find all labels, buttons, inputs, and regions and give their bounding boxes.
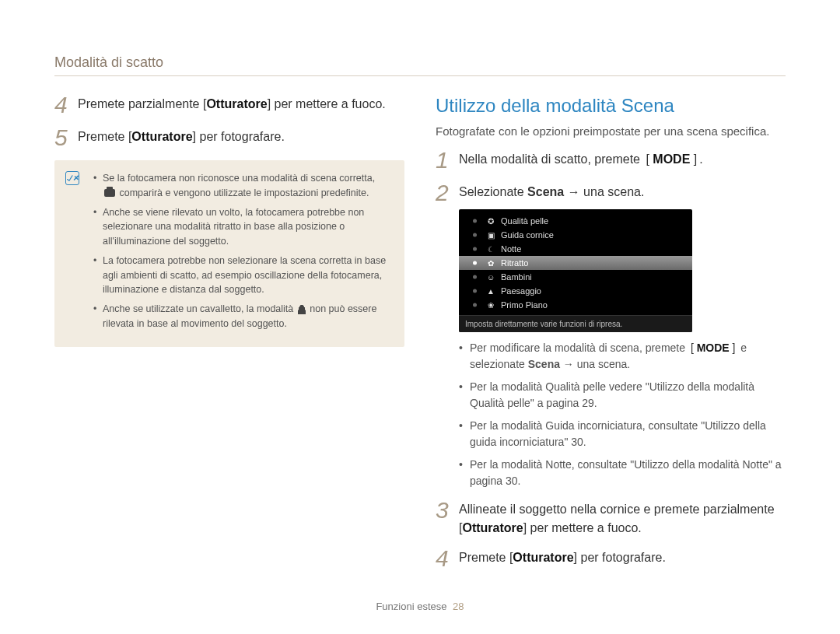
- scene-row: ▣Guida cornice: [459, 228, 692, 242]
- shutter-key: Otturatore: [131, 130, 192, 143]
- tripod-icon: [298, 305, 306, 314]
- mode-key: MODE: [688, 340, 738, 356]
- step-text: Premete [Otturatore] per fotografare.: [78, 128, 404, 146]
- scene-row-label: Paesaggio: [501, 286, 541, 296]
- step-number: 1: [436, 149, 459, 172]
- text: Premete [: [459, 551, 513, 564]
- section-heading: Utilizzo della modalità Scena: [436, 95, 786, 117]
- section-intro: Fotografate con le opzioni preimpostate …: [436, 124, 786, 138]
- scene-row: ✪Qualità pelle: [459, 214, 692, 228]
- text: .: [699, 152, 702, 166]
- bold: Scena: [528, 358, 560, 370]
- step-1-right: 1 Nella modalità di scatto, premete MODE…: [436, 150, 786, 172]
- step-text: Premete [Otturatore] per fotografare.: [459, 548, 786, 567]
- text: ] per mettere a fuoco.: [268, 97, 386, 110]
- shutter-key: Otturatore: [462, 521, 523, 534]
- breadcrumb: Modalità di scatto: [54, 54, 786, 71]
- scene-panel: ✪Qualità pelle ▣Guida cornice ☾Notte ✿Ri…: [459, 209, 692, 332]
- note-item: La fotocamera potrebbe non selezionare l…: [93, 254, 390, 297]
- scene-row-icon: ▲: [485, 287, 496, 296]
- scene-list: ✪Qualità pelle ▣Guida cornice ☾Notte ✿Ri…: [459, 209, 692, 315]
- step-5-left: 5 Premete [Otturatore] per fotografare.: [54, 128, 404, 149]
- step-number: 4: [54, 93, 78, 117]
- sub-bullet: Per modificare la modalità di scena, pre…: [459, 340, 786, 373]
- scene-row-label: Qualità pelle: [501, 216, 548, 226]
- page-footer: Funzioni estese 28: [0, 601, 840, 612]
- text: Se la fotocamera non riconosce una modal…: [103, 173, 375, 184]
- note-item: Anche se viene rilevato un volto, la fot…: [93, 205, 390, 249]
- scene-row: ☺Bambini: [459, 270, 692, 284]
- smart-icon: [104, 189, 115, 197]
- bold: Scena: [527, 185, 564, 198]
- step-2-right: 2 Selezionate Scena → una scena.: [436, 183, 786, 205]
- text: ] per fotografare.: [193, 130, 285, 143]
- step-4-left: 4 Premete parzialmente [Otturatore] per …: [54, 95, 404, 117]
- text: ] per fotografare.: [574, 551, 666, 564]
- step-number: 3: [436, 499, 459, 522]
- scene-row-icon: ☾: [485, 245, 496, 254]
- sub-bullet: Per la modalità Notte, consultate "Utili…: [459, 457, 786, 489]
- scene-row: ☾Notte: [459, 242, 692, 256]
- scene-row-label: Bambini: [501, 272, 532, 282]
- text: → una scena.: [560, 358, 630, 370]
- page-number: 28: [453, 601, 464, 612]
- scene-row-label: Notte: [501, 244, 521, 254]
- scene-row-icon: ✪: [485, 217, 496, 226]
- note-list: Se la fotocamera non riconosce una modal…: [93, 171, 390, 331]
- note-icon: [65, 171, 79, 185]
- text: ] per mettere a fuoco.: [523, 521, 642, 534]
- text: Premete parzialmente [: [78, 97, 206, 110]
- step-text: Selezionate Scena → una scena.: [459, 183, 786, 201]
- text: → una scena.: [564, 185, 644, 198]
- shutter-key: Otturatore: [206, 97, 267, 110]
- step-number: 5: [54, 126, 78, 149]
- step-number: 2: [436, 181, 459, 205]
- note-item: Se la fotocamera non riconosce una modal…: [93, 171, 390, 201]
- note-item: Anche se utilizzate un cavalletto, la mo…: [93, 302, 390, 331]
- footer-section: Funzioni estese: [376, 601, 446, 612]
- scene-row-icon: ▣: [485, 231, 496, 240]
- right-column: Utilizzo della modalità Scena Fotografat…: [436, 95, 786, 581]
- text: comparirà e vengono utilizzate le impost…: [117, 187, 369, 198]
- step-text: Premete parzialmente [Otturatore] per me…: [78, 95, 404, 114]
- text: Per modificare la modalità di scena, pre…: [470, 342, 688, 354]
- scene-footer: Imposta direttamente varie funzioni di r…: [459, 315, 692, 332]
- scene-row-label: Primo Piano: [501, 300, 548, 310]
- scene-row: ❀Primo Piano: [459, 298, 692, 312]
- scene-row-icon: ☺: [485, 273, 496, 282]
- content-columns: 4 Premete parzialmente [Otturatore] per …: [54, 95, 786, 581]
- text: Nella modalità di scatto, premete: [459, 152, 643, 166]
- step-text: Nella modalità di scatto, premete MODE.: [459, 150, 786, 169]
- left-column: 4 Premete parzialmente [Otturatore] per …: [54, 95, 404, 581]
- step-3-right: 3 Allineate il soggetto nella cornice e …: [436, 500, 786, 538]
- shutter-key: Otturatore: [513, 551, 573, 564]
- sub-bullet: Per la modalità Guida incorniciatura, co…: [459, 418, 786, 450]
- scene-row-label: Ritratto: [501, 258, 528, 268]
- scene-row: ▲Paesaggio: [459, 284, 692, 298]
- scene-row-icon: ❀: [485, 301, 496, 310]
- sub-bullet: Per la modalità Qualità pelle vedere "Ut…: [459, 379, 786, 412]
- page-container: Modalità di scatto 4 Premete parzialment…: [0, 0, 840, 581]
- step-4-right: 4 Premete [Otturatore] per fotografare.: [436, 548, 786, 570]
- scene-row-icon: ✿: [485, 259, 496, 268]
- divider: [54, 75, 786, 76]
- note-box: Se la fotocamera non riconosce una modal…: [54, 160, 404, 347]
- text: Anche se utilizzate un cavalletto, la mo…: [103, 303, 296, 314]
- text: Premete [: [78, 130, 131, 143]
- step-text: Allineate il soggetto nella cornice e pr…: [459, 500, 786, 538]
- text: Selezionate: [459, 185, 527, 198]
- scene-row-selected: ✿Ritratto: [459, 256, 692, 270]
- scene-row-label: Guida cornice: [501, 230, 554, 240]
- sub-bullet-list: Per modificare la modalità di scena, pre…: [459, 340, 786, 489]
- step-number: 4: [436, 547, 459, 570]
- mode-key: MODE: [643, 150, 699, 169]
